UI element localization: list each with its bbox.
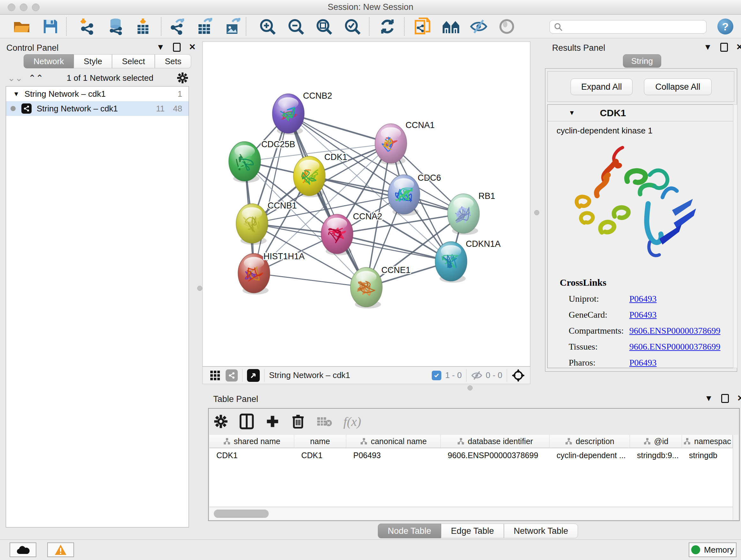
crosslink-link[interactable]: P06493 — [629, 294, 657, 304]
node-label-CDKN1A: CDKN1A — [466, 239, 500, 249]
zoom-in-icon — [259, 18, 276, 35]
collapse-all-button[interactable]: Collapse All — [644, 78, 712, 95]
search-input[interactable] — [562, 22, 700, 31]
network-selection-status: 1 of 1 Network selected — [44, 73, 177, 83]
horizontal-splitter-grip[interactable] — [468, 385, 473, 390]
scrollbar-thumb[interactable] — [214, 509, 269, 518]
close-window-button[interactable] — [8, 3, 15, 11]
results-scrollbar[interactable] — [733, 105, 738, 368]
network-view-canvas[interactable]: CCNB2CCNA1CDC25BCDK1CDC6RB1CCNB1CCNA2CDK… — [202, 42, 530, 367]
tab-network-table[interactable]: Network Table — [504, 523, 578, 538]
tab-edge-table[interactable]: Edge Table — [441, 523, 504, 538]
expand-all-button[interactable]: Expand All — [570, 78, 632, 95]
tab-network[interactable]: Network — [23, 54, 74, 68]
cloud-status-button[interactable] — [10, 543, 37, 557]
collapse-all-networks-icon[interactable]: ⌄⌄ — [8, 73, 23, 83]
selected-checkbox-icon[interactable] — [432, 371, 441, 380]
zoom-in-button[interactable] — [259, 18, 276, 35]
column-label: name — [310, 437, 330, 446]
column-header-name[interactable]: name — [294, 435, 346, 448]
gene-card-header[interactable]: ▼ CDK1 — [548, 105, 734, 121]
help-button[interactable]: ? — [718, 18, 733, 35]
export-table-button[interactable] — [196, 18, 214, 35]
panel-close-icon[interactable]: ✕ — [737, 393, 741, 403]
first-neighbors-button[interactable] — [442, 18, 460, 35]
hidden-eye-slash-icon[interactable] — [471, 371, 482, 380]
panel-menu-icon[interactable]: ▼ — [704, 42, 712, 52]
detach-view-icon[interactable] — [247, 369, 260, 382]
table-vertical-scrollbar[interactable] — [733, 435, 738, 520]
minimize-window-button[interactable] — [20, 3, 27, 11]
table-cell: CDK1 — [294, 448, 346, 462]
crosslink-link[interactable]: P06493 — [629, 310, 657, 320]
table-options-gear-icon[interactable] — [214, 415, 228, 428]
column-header--id[interactable]: @id — [630, 435, 682, 448]
network-row[interactable]: String Network – cdk1 11 48 — [6, 101, 189, 116]
open-session-button[interactable] — [13, 18, 30, 35]
table-cell: 9606.ENSP00000378699 — [441, 448, 549, 462]
gene-description: cyclin-dependent kinase 1 — [548, 121, 734, 136]
save-session-button[interactable] — [42, 18, 59, 35]
network-options-gear-icon[interactable] — [177, 72, 188, 84]
collection-expand-arrow-icon[interactable]: ▼ — [13, 90, 19, 98]
memory-status-dot-icon — [691, 545, 700, 554]
crosslinks-section: CrossLinks Uniprot:P06493GeneCard:P06493… — [548, 277, 726, 368]
right-splitter-grip[interactable] — [534, 210, 539, 215]
column-header-canonical-name[interactable]: canonical name — [346, 435, 441, 448]
crosslink-label: GeneCard: — [569, 310, 629, 320]
panel-float-icon[interactable] — [173, 43, 181, 52]
show-all-button[interactable] — [498, 18, 516, 35]
column-type-network-icon — [360, 437, 367, 445]
network-collection-row[interactable]: ▼ String Network – cdk1 1 — [6, 86, 189, 101]
gene-expand-arrow-icon[interactable]: ▼ — [569, 109, 575, 117]
panel-menu-icon[interactable]: ▼ — [704, 393, 713, 403]
table-row[interactable]: CDK1CDK1P064939606.ENSP00000378699cyclin… — [209, 448, 733, 462]
panel-close-icon[interactable]: ✕ — [736, 42, 741, 52]
tab-string[interactable]: String — [623, 54, 661, 68]
delete-column-icon[interactable] — [291, 414, 305, 429]
share-view-icon[interactable] — [226, 369, 238, 381]
memory-button[interactable]: Memory — [689, 543, 737, 557]
birds-eye-view-icon[interactable] — [512, 369, 525, 382]
import-network-database-button[interactable] — [107, 18, 125, 35]
network-type-icon — [21, 104, 31, 114]
grid-view-icon[interactable] — [210, 370, 220, 381]
panel-close-icon[interactable]: ✕ — [189, 42, 196, 52]
import-table-button[interactable] — [134, 18, 152, 35]
zoom-out-button[interactable] — [287, 18, 305, 35]
column-header-database-identifier[interactable]: database identifier — [441, 435, 549, 448]
column-header-namespac[interactable]: namespac — [682, 435, 733, 448]
clone-network-button[interactable] — [414, 18, 431, 35]
node-table-body: CDK1CDK1P064939606.ENSP00000378699cyclin… — [209, 448, 733, 462]
tab-sets[interactable]: Sets — [155, 54, 191, 68]
zoom-window-button[interactable] — [32, 3, 40, 11]
column-header-description[interactable]: description — [549, 435, 630, 448]
show-columns-icon[interactable] — [239, 414, 254, 429]
table-horizontal-scrollbar[interactable] — [209, 507, 733, 520]
zoom-selected-button[interactable] — [343, 18, 361, 35]
title-bar: Session: New Session — [0, 0, 741, 15]
panel-menu-icon[interactable]: ▼ — [156, 42, 165, 52]
table-cell: P06493 — [346, 448, 441, 462]
warnings-button[interactable] — [47, 543, 74, 557]
crosslink-link[interactable]: 9606.ENSP00000378699 — [629, 326, 720, 336]
left-splitter-grip[interactable] — [197, 286, 202, 291]
export-network-button[interactable] — [169, 18, 186, 35]
import-network-file-button[interactable] — [78, 18, 96, 35]
tab-style[interactable]: Style — [74, 54, 112, 68]
question-mark-glyph: ? — [722, 20, 729, 33]
panel-float-icon[interactable] — [720, 43, 728, 52]
export-image-button[interactable] — [224, 18, 242, 35]
panel-float-icon[interactable] — [721, 394, 729, 403]
expand-all-networks-icon[interactable]: ⌃⌃ — [28, 73, 44, 83]
zoom-fit-button[interactable] — [315, 18, 333, 35]
add-column-icon[interactable] — [266, 415, 280, 428]
crosslink-link[interactable]: 9606.ENSP00000378699 — [629, 341, 720, 352]
tab-select[interactable]: Select — [112, 54, 155, 68]
import-table-icon — [136, 18, 150, 35]
crosslink-link[interactable]: P06493 — [629, 358, 657, 368]
apply-layout-button[interactable] — [379, 18, 396, 35]
tab-node-table[interactable]: Node Table — [378, 523, 441, 538]
hide-selected-button[interactable] — [470, 18, 488, 35]
column-header-shared-name[interactable]: shared name — [209, 435, 294, 448]
